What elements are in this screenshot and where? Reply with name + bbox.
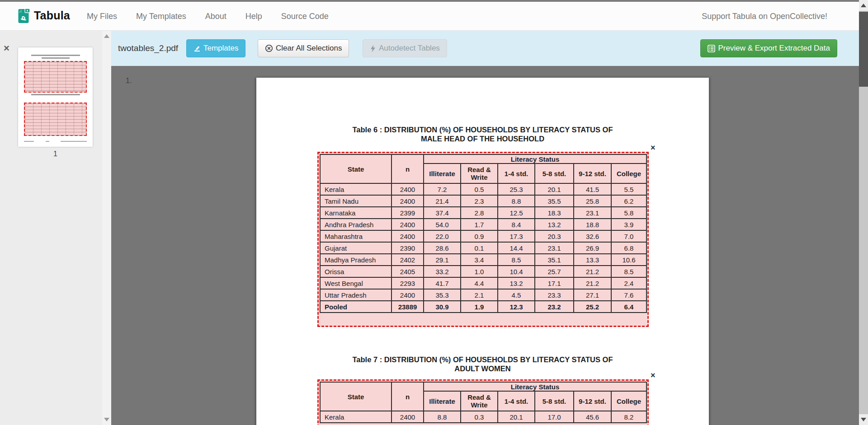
value-cell: 12.5 [498,207,535,219]
table-row: Madhya Pradesh240229.13.48.535.113.310.6 [320,254,646,266]
state-cell: Tamil Nadu [320,195,392,207]
value-cell: 23.3 [535,289,574,301]
nav-item-help[interactable]: Help [245,12,262,21]
nav-item-my-templates[interactable]: My Templates [136,12,186,21]
templates-button[interactable]: Templates [186,39,245,57]
extracted-table: StatenLiteracy StatusIlliterateRead & Wr… [320,154,647,313]
table-row: Tamil Nadu240021.42.38.835.525.86.2 [320,195,646,207]
column-header: Illiterate [424,163,461,183]
value-cell: 1.0 [461,266,498,277]
brand[interactable]: Tabula [18,7,70,23]
table-row: West Bengal229341.74.413.217.121.22.4 [320,277,646,289]
value-cell: 8.8 [424,411,461,423]
column-header: 5-8 std. [535,163,574,183]
column-header: 1-4 std. [498,391,535,411]
value-cell: 10.4 [498,266,535,277]
scrollbar-up-button[interactable] [859,0,868,11]
value-cell: 2.1 [461,289,498,301]
value-cell: 14.4 [498,242,535,254]
column-header: n [392,154,424,183]
autodetect-button-label: Autodetect Tables [379,44,440,53]
table-row: Uttar Pradesh240035.32.14.523.327.17.6 [320,289,646,301]
selection1-close-icon[interactable]: × [651,144,656,152]
thumbnail-page-number: 1 [18,150,93,158]
value-cell: 25.2 [574,301,611,313]
value-cell: 41.7 [424,277,461,289]
column-header: Read & Write [461,391,498,411]
value-cell: 0.1 [461,242,498,254]
value-cell: 8.8 [498,195,535,207]
value-cell: 2402 [392,254,424,266]
clear-all-selections-button[interactable]: Clear All Selections [258,39,349,57]
value-cell: 35.1 [535,254,574,266]
nav-item-my-files[interactable]: My Files [87,12,117,21]
column-header: Literacy Status [424,154,646,163]
state-cell: Pooled [320,301,392,313]
state-cell: West Bengal [320,277,392,289]
window-scrollbar[interactable] [859,0,868,425]
pdf-viewer: 1. Table 6 : DISTRIBUTION (%) OF HOUSEHO… [111,66,868,425]
value-cell: 2.4 [611,277,646,289]
value-cell: 30.9 [424,301,461,313]
scroll-down-icon[interactable] [104,418,109,421]
value-cell: 2400 [392,195,424,207]
thumbnail-footer-line [24,141,87,142]
column-header: 9-12 std. [574,163,611,183]
page-thumbnail[interactable] [18,47,93,147]
value-cell: 7.6 [611,289,646,301]
sidebar-scrollbar[interactable] [102,31,111,425]
column-header: College [611,163,646,183]
value-cell: 23.2 [535,301,574,313]
column-header: 9-12 std. [574,391,611,411]
column-header: Illiterate [424,391,461,411]
value-cell: 17.0 [535,411,574,423]
remove-file-icon[interactable]: × [4,43,9,53]
table-row: Kerala24008.80.320.117.045.68.2 [320,411,646,423]
selection2-close-icon[interactable]: × [651,371,656,379]
thumbnail-selection-1 [24,61,87,93]
pdf-page[interactable]: Table 6 : DISTRIBUTION (%) OF HOUSEHOLDS… [256,78,709,425]
value-cell: 6.4 [611,301,646,313]
value-cell: 37.4 [424,207,461,219]
thumbnail-title-line [31,55,80,56]
support-link[interactable]: Support Tabula on OpenCollective! [702,2,827,31]
value-cell: 20.3 [535,230,574,242]
state-cell: Maharashtra [320,230,392,242]
state-cell: Kerala [320,411,392,423]
value-cell: 45.6 [574,411,611,423]
value-cell: 25.3 [498,183,535,195]
table7-mount: StatenLiteracy StatusIlliterateRead & Wr… [320,382,646,423]
scrollbar-thumb[interactable] [859,12,868,87]
table6-selection[interactable]: StatenLiteracy StatusIlliterateRead & Wr… [317,152,649,327]
value-cell: 3.4 [461,254,498,266]
scrollbar-down-button[interactable] [859,414,868,425]
value-cell: 2399 [392,207,424,219]
scroll-up-icon[interactable] [104,34,109,38]
autodetect-tables-button[interactable]: Autodetect Tables [363,39,447,57]
window-top-edge [0,0,868,2]
value-cell: 8.2 [611,411,646,423]
nav-item-source-code[interactable]: Source Code [281,12,329,21]
nav-item-about[interactable]: About [205,12,226,21]
value-cell: 33.2 [424,266,461,277]
tabula-logo-icon [18,7,30,23]
table-list-icon [708,45,715,52]
value-cell: 23889 [392,301,424,313]
table7-selection[interactable]: StatenLiteracy StatusIlliterateRead & Wr… [317,379,649,425]
brand-name: Tabula [34,9,70,22]
preview-export-button[interactable]: Preview & Export Extracted Data [700,39,837,57]
column-header: n [392,382,424,411]
table-row: Orissa240533.21.010.425.721.28.5 [320,266,646,277]
value-cell: 4.4 [461,277,498,289]
value-cell: 2400 [392,411,424,423]
value-cell: 10.6 [611,254,646,266]
value-cell: 2400 [392,219,424,230]
lightning-bolt-icon [370,45,376,52]
value-cell: 21.2 [574,277,611,289]
value-cell: 17.3 [498,230,535,242]
state-cell: Uttar Pradesh [320,289,392,301]
value-cell: 23.1 [535,242,574,254]
value-cell: 25.8 [574,195,611,207]
table-row: Karnataka239937.42.812.518.323.15.8 [320,207,646,219]
templates-button-label: Templates [203,44,238,53]
